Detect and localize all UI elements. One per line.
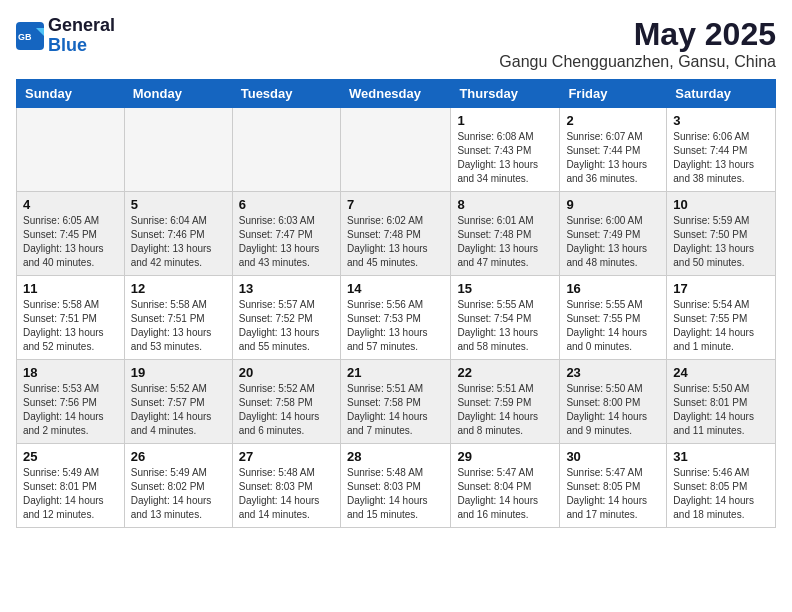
cell-info: Sunrise: 6:05 AM Sunset: 7:45 PM Dayligh… (23, 214, 118, 270)
day-number: 2 (566, 113, 660, 128)
day-number: 1 (457, 113, 553, 128)
calendar-cell: 22Sunrise: 5:51 AM Sunset: 7:59 PM Dayli… (451, 360, 560, 444)
cell-info: Sunrise: 5:58 AM Sunset: 7:51 PM Dayligh… (23, 298, 118, 354)
day-number: 19 (131, 365, 226, 380)
cell-info: Sunrise: 6:04 AM Sunset: 7:46 PM Dayligh… (131, 214, 226, 270)
weekday-header-friday: Friday (560, 80, 667, 108)
day-number: 5 (131, 197, 226, 212)
day-number: 11 (23, 281, 118, 296)
cell-info: Sunrise: 6:00 AM Sunset: 7:49 PM Dayligh… (566, 214, 660, 270)
day-number: 24 (673, 365, 769, 380)
day-number: 29 (457, 449, 553, 464)
day-number: 22 (457, 365, 553, 380)
calendar-cell: 7Sunrise: 6:02 AM Sunset: 7:48 PM Daylig… (340, 192, 450, 276)
day-number: 31 (673, 449, 769, 464)
calendar-week-row: 1Sunrise: 6:08 AM Sunset: 7:43 PM Daylig… (17, 108, 776, 192)
day-number: 18 (23, 365, 118, 380)
calendar-cell: 1Sunrise: 6:08 AM Sunset: 7:43 PM Daylig… (451, 108, 560, 192)
weekday-header-saturday: Saturday (667, 80, 776, 108)
calendar-cell: 5Sunrise: 6:04 AM Sunset: 7:46 PM Daylig… (124, 192, 232, 276)
day-number: 13 (239, 281, 334, 296)
cell-info: Sunrise: 5:55 AM Sunset: 7:54 PM Dayligh… (457, 298, 553, 354)
calendar-cell: 24Sunrise: 5:50 AM Sunset: 8:01 PM Dayli… (667, 360, 776, 444)
calendar-cell: 28Sunrise: 5:48 AM Sunset: 8:03 PM Dayli… (340, 444, 450, 528)
calendar-cell: 12Sunrise: 5:58 AM Sunset: 7:51 PM Dayli… (124, 276, 232, 360)
day-number: 21 (347, 365, 444, 380)
day-number: 14 (347, 281, 444, 296)
calendar-cell: 27Sunrise: 5:48 AM Sunset: 8:03 PM Dayli… (232, 444, 340, 528)
title-area: May 2025 Gangu Chengguanzhen, Gansu, Chi… (499, 16, 776, 71)
calendar-cell: 3Sunrise: 6:06 AM Sunset: 7:44 PM Daylig… (667, 108, 776, 192)
cell-info: Sunrise: 5:53 AM Sunset: 7:56 PM Dayligh… (23, 382, 118, 438)
calendar-cell: 13Sunrise: 5:57 AM Sunset: 7:52 PM Dayli… (232, 276, 340, 360)
day-number: 27 (239, 449, 334, 464)
cell-info: Sunrise: 6:02 AM Sunset: 7:48 PM Dayligh… (347, 214, 444, 270)
day-number: 28 (347, 449, 444, 464)
calendar-cell: 4Sunrise: 6:05 AM Sunset: 7:45 PM Daylig… (17, 192, 125, 276)
calendar-cell (340, 108, 450, 192)
cell-info: Sunrise: 5:51 AM Sunset: 7:58 PM Dayligh… (347, 382, 444, 438)
calendar-week-row: 25Sunrise: 5:49 AM Sunset: 8:01 PM Dayli… (17, 444, 776, 528)
cell-info: Sunrise: 5:55 AM Sunset: 7:55 PM Dayligh… (566, 298, 660, 354)
cell-info: Sunrise: 5:51 AM Sunset: 7:59 PM Dayligh… (457, 382, 553, 438)
calendar-week-row: 18Sunrise: 5:53 AM Sunset: 7:56 PM Dayli… (17, 360, 776, 444)
cell-info: Sunrise: 5:50 AM Sunset: 8:00 PM Dayligh… (566, 382, 660, 438)
weekday-header-thursday: Thursday (451, 80, 560, 108)
calendar-cell: 20Sunrise: 5:52 AM Sunset: 7:58 PM Dayli… (232, 360, 340, 444)
day-number: 4 (23, 197, 118, 212)
cell-info: Sunrise: 6:07 AM Sunset: 7:44 PM Dayligh… (566, 130, 660, 186)
day-number: 15 (457, 281, 553, 296)
cell-info: Sunrise: 5:48 AM Sunset: 8:03 PM Dayligh… (347, 466, 444, 522)
logo-general-text: General (48, 16, 115, 36)
calendar-cell: 14Sunrise: 5:56 AM Sunset: 7:53 PM Dayli… (340, 276, 450, 360)
logo: GB General Blue (16, 16, 115, 56)
calendar-week-row: 4Sunrise: 6:05 AM Sunset: 7:45 PM Daylig… (17, 192, 776, 276)
page-header: GB General Blue May 2025 Gangu Chengguan… (16, 16, 776, 71)
day-number: 10 (673, 197, 769, 212)
location-title: Gangu Chengguanzhen, Gansu, China (499, 53, 776, 71)
day-number: 23 (566, 365, 660, 380)
weekday-header-monday: Monday (124, 80, 232, 108)
calendar-cell: 31Sunrise: 5:46 AM Sunset: 8:05 PM Dayli… (667, 444, 776, 528)
calendar-cell: 30Sunrise: 5:47 AM Sunset: 8:05 PM Dayli… (560, 444, 667, 528)
day-number: 30 (566, 449, 660, 464)
cell-info: Sunrise: 5:58 AM Sunset: 7:51 PM Dayligh… (131, 298, 226, 354)
weekday-header-row: SundayMondayTuesdayWednesdayThursdayFrid… (17, 80, 776, 108)
calendar-cell: 17Sunrise: 5:54 AM Sunset: 7:55 PM Dayli… (667, 276, 776, 360)
weekday-header-tuesday: Tuesday (232, 80, 340, 108)
calendar-cell: 15Sunrise: 5:55 AM Sunset: 7:54 PM Dayli… (451, 276, 560, 360)
cell-info: Sunrise: 5:46 AM Sunset: 8:05 PM Dayligh… (673, 466, 769, 522)
calendar-week-row: 11Sunrise: 5:58 AM Sunset: 7:51 PM Dayli… (17, 276, 776, 360)
day-number: 25 (23, 449, 118, 464)
calendar-table: SundayMondayTuesdayWednesdayThursdayFrid… (16, 79, 776, 528)
day-number: 12 (131, 281, 226, 296)
cell-info: Sunrise: 6:06 AM Sunset: 7:44 PM Dayligh… (673, 130, 769, 186)
cell-info: Sunrise: 5:59 AM Sunset: 7:50 PM Dayligh… (673, 214, 769, 270)
weekday-header-wednesday: Wednesday (340, 80, 450, 108)
calendar-cell: 10Sunrise: 5:59 AM Sunset: 7:50 PM Dayli… (667, 192, 776, 276)
cell-info: Sunrise: 5:47 AM Sunset: 8:04 PM Dayligh… (457, 466, 553, 522)
day-number: 26 (131, 449, 226, 464)
calendar-cell: 21Sunrise: 5:51 AM Sunset: 7:58 PM Dayli… (340, 360, 450, 444)
cell-info: Sunrise: 5:56 AM Sunset: 7:53 PM Dayligh… (347, 298, 444, 354)
calendar-cell: 29Sunrise: 5:47 AM Sunset: 8:04 PM Dayli… (451, 444, 560, 528)
day-number: 8 (457, 197, 553, 212)
cell-info: Sunrise: 5:49 AM Sunset: 8:01 PM Dayligh… (23, 466, 118, 522)
day-number: 16 (566, 281, 660, 296)
logo-icon: GB (16, 22, 44, 50)
day-number: 9 (566, 197, 660, 212)
calendar-cell (124, 108, 232, 192)
cell-info: Sunrise: 5:50 AM Sunset: 8:01 PM Dayligh… (673, 382, 769, 438)
cell-info: Sunrise: 5:47 AM Sunset: 8:05 PM Dayligh… (566, 466, 660, 522)
cell-info: Sunrise: 5:52 AM Sunset: 7:58 PM Dayligh… (239, 382, 334, 438)
cell-info: Sunrise: 6:08 AM Sunset: 7:43 PM Dayligh… (457, 130, 553, 186)
cell-info: Sunrise: 6:01 AM Sunset: 7:48 PM Dayligh… (457, 214, 553, 270)
calendar-cell: 6Sunrise: 6:03 AM Sunset: 7:47 PM Daylig… (232, 192, 340, 276)
logo-blue-text: Blue (48, 36, 115, 56)
calendar-cell: 16Sunrise: 5:55 AM Sunset: 7:55 PM Dayli… (560, 276, 667, 360)
day-number: 7 (347, 197, 444, 212)
calendar-cell: 8Sunrise: 6:01 AM Sunset: 7:48 PM Daylig… (451, 192, 560, 276)
weekday-header-sunday: Sunday (17, 80, 125, 108)
calendar-cell (232, 108, 340, 192)
cell-info: Sunrise: 5:48 AM Sunset: 8:03 PM Dayligh… (239, 466, 334, 522)
